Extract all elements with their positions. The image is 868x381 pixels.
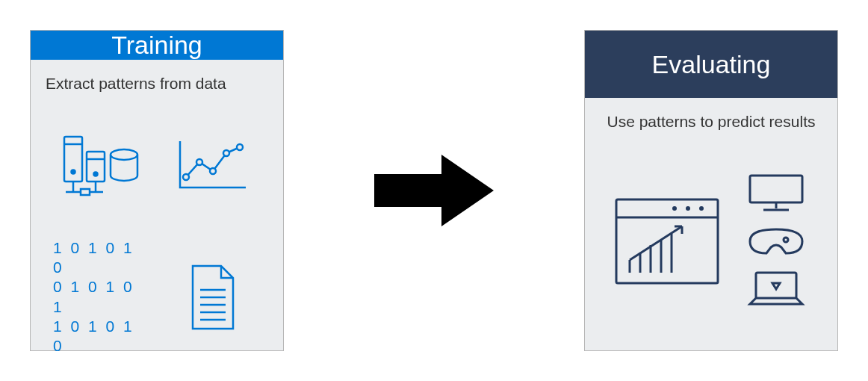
results-chart-window-icon	[607, 189, 727, 294]
binary-data-icon: 1 0 1 0 1 0 0 1 0 1 0 1 1 0 1 0 1 0	[53, 238, 150, 356]
vr-headset-icon	[743, 225, 810, 261]
training-body: Extract patterns from data	[31, 60, 283, 369]
svg-rect-3	[87, 152, 105, 182]
binary-line-3: 1 0 1 0 1 0	[53, 317, 150, 356]
svg-rect-32	[750, 176, 802, 202]
evaluating-description: Use patterns to predict results	[600, 111, 822, 131]
svg-point-13	[210, 168, 216, 174]
line-chart-icon	[164, 107, 261, 225]
svg-point-26	[699, 206, 704, 211]
svg-marker-21	[374, 155, 494, 226]
svg-point-14	[223, 150, 229, 156]
svg-rect-22	[616, 199, 718, 283]
svg-rect-36	[756, 273, 796, 298]
svg-point-15	[237, 144, 243, 150]
svg-point-24	[672, 206, 677, 211]
svg-point-11	[183, 174, 189, 180]
evaluating-title: Evaluating	[585, 31, 837, 98]
svg-point-2	[72, 170, 75, 173]
devices-column	[737, 171, 815, 312]
binary-line-1: 1 0 1 0 1 0	[53, 238, 150, 278]
document-icon	[164, 238, 261, 356]
evaluating-body: Use patterns to predict results	[585, 98, 837, 350]
svg-point-12	[196, 159, 202, 165]
training-card: Training Extract patterns from data	[30, 30, 284, 351]
training-description: Extract patterns from data	[46, 73, 268, 93]
evaluating-icons-grid	[600, 145, 822, 337]
monitor-icon	[743, 171, 810, 217]
training-title: Training	[31, 31, 283, 60]
servers-database-icon	[53, 107, 150, 225]
svg-point-5	[94, 172, 98, 176]
training-icons-grid: 1 0 1 0 1 0 0 1 0 1 0 1 1 0 1 0 1 0	[46, 107, 268, 356]
svg-point-25	[686, 206, 690, 211]
svg-point-6	[111, 149, 137, 160]
laptop-icon	[743, 268, 810, 312]
svg-rect-10	[81, 189, 90, 195]
evaluating-card: Evaluating Use patterns to predict resul…	[584, 30, 838, 351]
arrow-icon	[322, 146, 546, 235]
binary-line-2: 0 1 0 1 0 1	[53, 277, 150, 317]
svg-point-35	[784, 238, 788, 242]
